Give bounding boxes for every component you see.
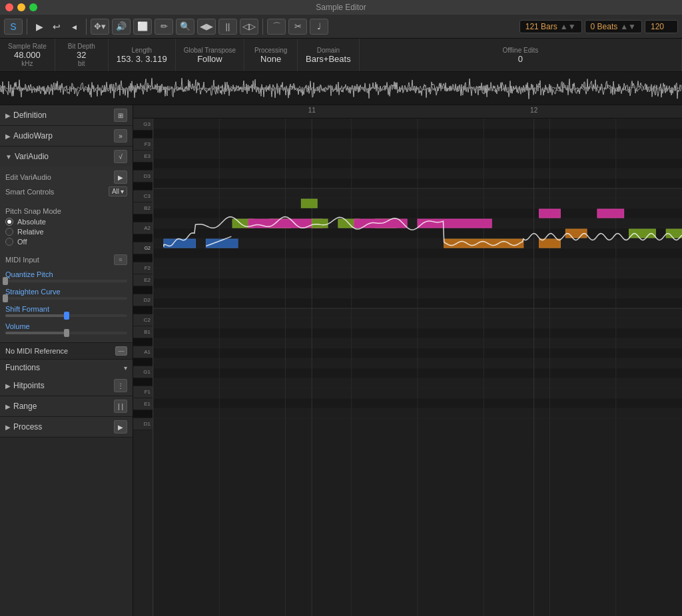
loop-button[interactable]: ↩ — [49, 19, 65, 35]
midi-input-icon[interactable]: ≡ — [114, 254, 127, 265]
piano-key-ds3[interactable] — [133, 162, 153, 170]
piano-key-f1[interactable]: F1 — [133, 386, 153, 398]
piano-key-b1[interactable]: B1 — [133, 326, 153, 338]
midi-input-row: MIDI Input ≡ — [0, 252, 133, 268]
logo-btn[interactable]: S — [4, 19, 23, 35]
piano-key-c3[interactable]: C3 — [133, 190, 153, 202]
variaudio-triangle: ▼ — [5, 153, 12, 160]
piano-key-ds1[interactable] — [133, 410, 153, 418]
no-midi-icon[interactable]: — — [115, 346, 127, 356]
tool-speaker[interactable]: 🔊 — [112, 19, 131, 35]
piano-key-e1[interactable]: E1 — [133, 398, 153, 410]
off-radio[interactable] — [5, 238, 13, 246]
variaudio-header[interactable]: ▼ VariAudio √ — [0, 147, 133, 166]
piano-key-e3[interactable]: E3 — [133, 151, 153, 162]
piano-key-cs3[interactable] — [133, 182, 153, 190]
play-button[interactable]: ▶ — [31, 19, 47, 35]
process-header[interactable]: ▶ Process ▶ — [0, 417, 133, 437]
audiowarp-header[interactable]: ▶ AudioWarp » — [0, 126, 133, 146]
tempo-display[interactable]: 120 — [645, 20, 678, 33]
piano-key-a1[interactable]: A1 — [133, 346, 153, 358]
definition-header[interactable]: ▶ Definition ⊞ — [0, 105, 133, 125]
tool-cut[interactable]: ✂ — [288, 19, 307, 35]
piano-key-fs2[interactable] — [133, 254, 153, 262]
piano-key-c2[interactable]: C2 — [133, 314, 153, 326]
absolute-radio[interactable] — [5, 218, 13, 226]
piano-key-f2[interactable]: F2 — [133, 262, 153, 274]
close-button[interactable] — [5, 3, 13, 11]
piano-key-d2[interactable]: D2 — [133, 294, 153, 306]
piano-key-gs2[interactable] — [133, 234, 153, 242]
back-button[interactable]: ◂ — [66, 19, 82, 35]
bit-depth-sub: bit — [78, 60, 85, 67]
window-title: Sample Editor — [316, 3, 366, 12]
tool-audio[interactable]: ◀▶ — [197, 19, 216, 35]
bit-depth-cell: Bit Depth 32 bit — [55, 39, 109, 71]
edit-variaudio-btn[interactable]: ▶ — [114, 170, 127, 184]
straighten-thumb[interactable] — [3, 294, 8, 302]
piano-key-as2[interactable] — [133, 214, 153, 222]
bars-display[interactable]: 121 Bars ▲▼ — [519, 20, 582, 33]
range-triangle: ▶ — [5, 403, 11, 410]
straighten-curve-label: Straighten Curve — [5, 288, 127, 296]
piano-key-ds2[interactable] — [133, 286, 153, 294]
tool-midi[interactable]: ♩ — [310, 19, 328, 35]
piano-key-g2[interactable]: G2 — [133, 242, 153, 254]
offline-edits-label: Offline Edits — [502, 47, 538, 54]
tool-pencil[interactable]: ✏ — [155, 19, 173, 35]
edit-variaudio-label: Edit VariAudio — [5, 173, 111, 181]
grid-canvas[interactable] — [153, 119, 682, 616]
edit-variaudio-row: Edit VariAudio ▶ — [5, 170, 127, 184]
relative-radio[interactable] — [5, 228, 13, 236]
range-header[interactable]: ▶ Range | | — [0, 396, 133, 416]
piano-key-g1[interactable]: G1 — [133, 366, 153, 378]
piano-key-d1[interactable]: D1 — [133, 418, 153, 430]
piano-key-as1[interactable] — [133, 338, 153, 346]
tool-range[interactable]: ⬜ — [133, 19, 152, 35]
hitpoints-header[interactable]: ▶ Hitpoints ⋮ — [0, 376, 133, 396]
quantize-pitch-slider[interactable] — [5, 280, 127, 282]
waveform-overview[interactable] — [0, 72, 682, 105]
process-triangle: ▶ — [5, 424, 11, 431]
piano-key-e2[interactable]: E2 — [133, 274, 153, 286]
range-title: Range — [13, 402, 111, 411]
process-section: ▶ Process ▶ — [0, 417, 133, 438]
shift-formant-thumb[interactable] — [64, 312, 69, 320]
sample-rate-label: Sample Rate — [8, 43, 47, 50]
tool-time[interactable]: ◁▷ — [240, 19, 258, 35]
piano-key-a2[interactable]: A2 — [133, 222, 153, 234]
audiowarp-title: AudioWarp — [13, 131, 111, 141]
info-bar: Sample Rate 48.000 kHz Bit Depth 32 bit … — [0, 39, 682, 72]
piano-key-fs1[interactable] — [133, 378, 153, 386]
volume-thumb[interactable] — [64, 329, 69, 337]
hitpoints-title: Hitpoints — [13, 381, 111, 390]
hitpoints-section: ▶ Hitpoints ⋮ — [0, 376, 133, 396]
piano-key-cs2[interactable] — [133, 306, 153, 314]
minimize-button[interactable] — [17, 3, 25, 11]
tool-select[interactable]: ✥▾ — [91, 19, 109, 35]
tool-zoom[interactable]: 🔍 — [176, 19, 194, 35]
shift-formant-slider[interactable] — [5, 314, 127, 317]
maximize-button[interactable] — [29, 3, 37, 11]
piano-key-b2[interactable]: B2 — [133, 202, 153, 214]
smart-controls-dropdown[interactable]: All ▾ — [109, 186, 127, 196]
piano-key-g3[interactable]: G3 — [133, 119, 153, 131]
straighten-curve-slider[interactable] — [5, 297, 127, 300]
shift-formant-fill — [5, 314, 67, 317]
global-transpose-value: Follow — [197, 54, 222, 64]
functions-row[interactable]: Functions ▾ — [0, 360, 133, 376]
definition-section: ▶ Definition ⊞ — [0, 105, 133, 126]
piano-key-fs3[interactable] — [133, 131, 153, 139]
functions-label: Functions — [5, 363, 124, 372]
piano-key-d3[interactable]: D3 — [133, 170, 153, 182]
timeline-marker-11: 11 — [308, 107, 316, 114]
length-cell: Length 153. 3. 3.119 — [109, 39, 176, 71]
quantize-thumb[interactable] — [3, 277, 8, 285]
definition-triangle: ▶ — [5, 112, 11, 119]
piano-key-f3[interactable]: F3 — [133, 139, 153, 151]
piano-key-gs1[interactable] — [133, 358, 153, 366]
tool-snap[interactable]: || — [218, 19, 237, 35]
tool-curve[interactable]: ⌒ — [267, 19, 286, 35]
volume-slider[interactable] — [5, 332, 127, 334]
beats-display[interactable]: 0 Beats ▲▼ — [585, 20, 642, 33]
